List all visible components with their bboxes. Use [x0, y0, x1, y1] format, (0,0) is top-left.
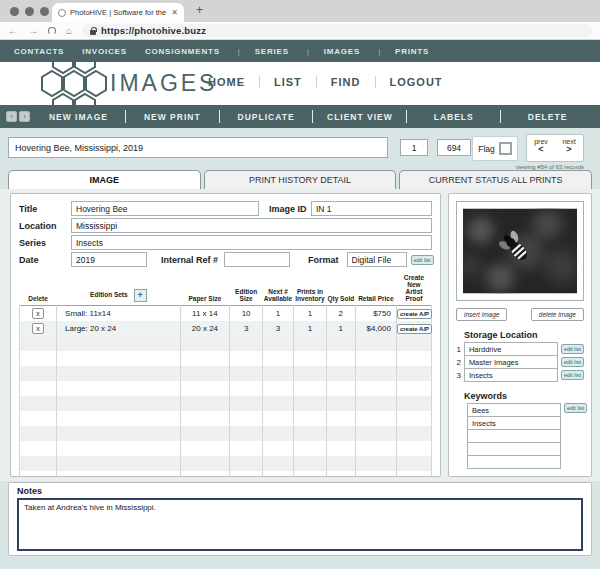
empty-table-row: [20, 456, 432, 471]
menu-find[interactable]: FIND: [331, 76, 361, 88]
record-back-button[interactable]: ‹: [6, 111, 17, 122]
internal-ref-label: Internal Ref #: [147, 255, 224, 265]
tab-print-history-detail[interactable]: PRINT HISTORY DETAIL: [204, 170, 397, 189]
nav-item-invoices[interactable]: INVOICES: [82, 47, 127, 56]
empty-table-row: [20, 396, 432, 411]
action-bar: ‹ › NEW IMAGE NEW PRINT DUPLICATE CLIENT…: [0, 105, 600, 128]
create-ap-button[interactable]: create A/P: [397, 324, 432, 334]
keyword-input-1[interactable]: [467, 403, 561, 417]
storage-input-2[interactable]: [464, 355, 558, 369]
keyword-row: [456, 455, 584, 469]
empty-table-row: [20, 426, 432, 441]
edition-sets-table: Delete Edition Sets+ Paper Size Edition …: [19, 274, 432, 477]
record-count-status: viewing #54 of 63 records: [516, 164, 584, 170]
labels-button[interactable]: LABELS: [407, 112, 500, 122]
col-create-artist-proof: Create New Artist Proof: [396, 274, 431, 306]
nav-item-images[interactable]: IMAGES: [307, 47, 360, 56]
edition-row-small: x Small: 11x14 11 x 14 10 1 1 2 $750 cre…: [20, 306, 432, 321]
storage-row: 1 edit list: [456, 342, 584, 356]
nav-item-consignments[interactable]: CONSIGNMENTS: [145, 47, 220, 56]
bee-photo: [463, 208, 577, 294]
browser-tab[interactable]: PhotoHIVE | Software for the B ✕: [52, 3, 184, 22]
keywords-edit-list-button[interactable]: edit list: [564, 403, 587, 413]
menu-logout[interactable]: LOGOUT: [390, 76, 443, 88]
image-id-label: Image ID: [259, 204, 311, 214]
storage-input-1[interactable]: [464, 342, 558, 356]
storage-input-3[interactable]: [464, 368, 558, 382]
storage-row: 3 edit list: [456, 368, 584, 382]
tab-image[interactable]: IMAGE: [8, 170, 201, 189]
col-retail-price: Retail Price: [355, 274, 396, 306]
window-dot-icon[interactable]: [25, 7, 34, 16]
delete-row-button[interactable]: x: [32, 323, 44, 334]
menu-home[interactable]: HOME: [208, 76, 245, 88]
keyword-input-4[interactable]: [467, 442, 561, 456]
url-text: https://photohive.buzz: [101, 25, 206, 36]
storage-edit-list-button[interactable]: edit list: [561, 357, 584, 367]
add-edition-set-button[interactable]: +: [134, 289, 147, 302]
window-controls[interactable]: [10, 7, 49, 16]
col-qty-sold: Qty Sold: [326, 274, 355, 306]
notes-textarea[interactable]: Taken at Andrea's hive in Mississippi.: [17, 498, 583, 551]
format-edit-list-button[interactable]: edit list: [411, 255, 434, 265]
series-input[interactable]: [71, 235, 432, 250]
keywords-title: Keywords: [464, 391, 584, 401]
empty-table-row: [20, 366, 432, 381]
back-icon[interactable]: ←: [8, 26, 18, 36]
reload-icon[interactable]: [48, 27, 56, 35]
menu-list[interactable]: LIST: [274, 76, 302, 88]
new-tab-button[interactable]: +: [196, 3, 203, 17]
internal-ref-input[interactable]: [224, 252, 290, 267]
keyword-row: edit list: [456, 403, 584, 417]
storage-edit-list-button[interactable]: edit list: [561, 370, 584, 380]
keyword-input-2[interactable]: [467, 416, 561, 430]
flag-checkbox[interactable]: [499, 142, 512, 155]
keyword-input-5[interactable]: [467, 455, 561, 469]
next-button[interactable]: next >: [555, 135, 583, 161]
record-title-input[interactable]: [8, 137, 388, 158]
address-bar[interactable]: https://photohive.buzz: [82, 24, 592, 37]
new-print-button[interactable]: NEW PRINT: [126, 112, 219, 122]
col-paper-size: Paper Size: [180, 274, 229, 306]
next-arrow-icon: >: [555, 145, 583, 153]
record-field-2[interactable]: [437, 139, 471, 156]
format-label: Format: [290, 255, 347, 265]
create-ap-button[interactable]: create A/P: [397, 309, 432, 319]
window-dot-icon[interactable]: [40, 7, 49, 16]
title-input[interactable]: [71, 201, 259, 216]
new-image-button[interactable]: NEW IMAGE: [32, 112, 125, 122]
home-icon[interactable]: ⌂: [66, 26, 72, 36]
logo-bar: IMAGES HOME LIST FIND LOGOUT: [0, 62, 600, 105]
main-menu: HOME LIST FIND LOGOUT: [208, 76, 443, 88]
delete-button[interactable]: DELETE: [501, 112, 594, 122]
delete-image-button[interactable]: delete image: [531, 308, 584, 321]
storage-location-title: Storage Location: [464, 330, 584, 340]
delete-row-button[interactable]: x: [32, 308, 44, 319]
insert-image-button[interactable]: insert image: [456, 308, 507, 321]
location-input[interactable]: [71, 218, 432, 233]
keyword-input-3[interactable]: [467, 429, 561, 443]
image-id-input[interactable]: [311, 201, 432, 216]
main-content: Title Image ID Location Series Date Inte…: [0, 189, 600, 481]
tab-current-status-all-prints[interactable]: CURRENT STATUS ALL PRINTS: [399, 170, 592, 189]
window-dot-icon[interactable]: [10, 7, 19, 16]
view-tabs: IMAGE PRINT HISTORY DETAIL CURRENT STATU…: [0, 170, 600, 189]
duplicate-button[interactable]: DUPLICATE: [220, 112, 313, 122]
record-field-1[interactable]: [400, 139, 428, 156]
close-tab-icon[interactable]: ✕: [171, 8, 178, 17]
client-view-button[interactable]: CLIENT VIEW: [313, 112, 406, 122]
record-forward-button[interactable]: ›: [19, 111, 30, 122]
prev-button[interactable]: prev <: [527, 135, 555, 161]
format-input[interactable]: [347, 252, 407, 267]
edition-row-large: x Large: 20 x 24 20 x 24 3 3 1 1 $4,000 …: [20, 321, 432, 336]
date-input[interactable]: [71, 252, 147, 267]
nav-item-series[interactable]: SERIES: [238, 47, 289, 56]
forward-icon[interactable]: →: [28, 26, 38, 36]
record-bar: Flag prev < next > viewing #54 of 63 rec…: [0, 128, 600, 170]
top-nav: CONTACTS INVOICES CONSIGNMENTS SERIES IM…: [0, 40, 600, 62]
nav-item-prints[interactable]: PRINTS: [378, 47, 429, 56]
photo-frame: [456, 201, 584, 301]
storage-edit-list-button[interactable]: edit list: [561, 344, 584, 354]
nav-item-contacts[interactable]: CONTACTS: [14, 47, 64, 56]
image-sidebar-panel: insert image delete image Storage Locati…: [448, 193, 592, 477]
